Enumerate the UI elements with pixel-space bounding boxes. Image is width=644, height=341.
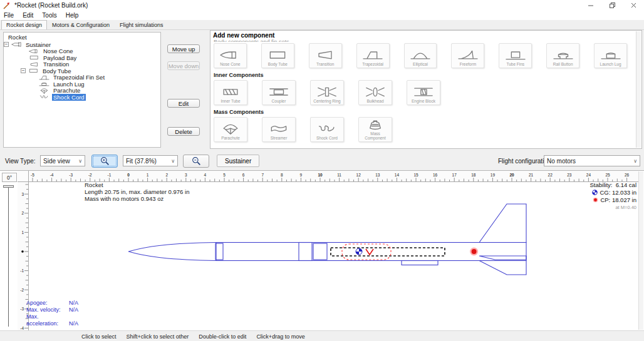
tree-item-body-tube[interactable]: −Body Tube — [4, 68, 160, 74]
tab-rocket-design[interactable]: Rocket design — [1, 20, 47, 29]
rocket-name: Rocket — [85, 181, 189, 188]
fin-side-shape[interactable] — [479, 256, 526, 260]
svg-text:11: 11 — [337, 173, 341, 177]
move-down-button[interactable]: Move down — [167, 61, 200, 70]
maximize-button[interactable] — [601, 0, 623, 11]
nose-shoulder-shape[interactable] — [216, 243, 223, 260]
svg-text:25: 25 — [605, 173, 610, 177]
move-up-button[interactable]: Move up — [167, 44, 200, 53]
rocket-drawing[interactable] — [128, 204, 526, 275]
centering-ring-icon — [316, 86, 338, 98]
component-button-label: Body Tube — [268, 62, 288, 66]
tree-item-label: Launch Lug — [52, 81, 86, 88]
component-button-launch-lug[interactable]: Launch Lug — [594, 43, 627, 68]
fin-upper-shape[interactable] — [479, 204, 526, 243]
tree-item-label: Transition — [42, 61, 70, 68]
svg-text:8: 8 — [281, 173, 283, 177]
zoom-in-icon — [100, 156, 110, 166]
fin-lower-shape[interactable] — [479, 261, 526, 275]
add-component-panel: Add new component Body components and fi… — [210, 30, 642, 149]
collapse-icon[interactable]: − — [4, 42, 9, 47]
tree-item-label: Shock Cord — [52, 94, 86, 101]
svg-text:10: 10 — [318, 173, 323, 177]
component-button-body-tube[interactable]: Body Tube — [261, 43, 294, 68]
zoom-level-select[interactable]: Fit (37.8%) ∨ — [123, 155, 178, 166]
delete-button[interactable]: Delete — [167, 127, 200, 136]
zoom-out-button[interactable] — [183, 155, 209, 168]
menu-edit[interactable]: Edit — [19, 12, 38, 19]
component-button-trapezoidal[interactable]: Trapezoidal — [356, 43, 390, 68]
flight-config-select[interactable]: No motors ∨ — [544, 155, 640, 166]
edit-button[interactable]: Edit — [167, 99, 200, 108]
component-button-streamer[interactable]: Streamer — [262, 117, 296, 142]
component-button-bulkhead[interactable]: Bulkhead — [358, 80, 392, 105]
flight-data-value: N/A — [69, 320, 78, 327]
scrollbar[interactable] — [638, 171, 643, 330]
rocket-diagram-canvas[interactable]: 0° in -5-4-3-2-1012345678910111213141516… — [0, 170, 644, 330]
component-button-label: Transition — [316, 62, 334, 66]
collapse-icon[interactable]: − — [21, 68, 26, 73]
component-button-parachute[interactable]: Parachute — [214, 117, 247, 142]
cp-label: CP: — [600, 196, 610, 203]
tab-flight-simulations[interactable]: Flight simulations — [115, 20, 169, 29]
coupler-icon — [268, 86, 289, 98]
tree-root-rocket[interactable]: Rocket — [4, 33, 160, 41]
minimize-button[interactable] — [580, 0, 601, 11]
component-button-shock-cord[interactable]: Shock Cord — [310, 117, 344, 142]
status-bar: Click to selectShift+click to select oth… — [0, 330, 644, 341]
rotation-slider-handle[interactable] — [3, 185, 14, 188]
svg-text:6: 6 — [242, 173, 245, 177]
component-button-engine-block[interactable]: Engine Block — [407, 80, 440, 105]
tree-item-shock-cord[interactable]: Shock Cord — [4, 94, 160, 101]
tab-motors-configuration[interactable]: Motors & Configuration — [47, 20, 115, 29]
component-button-inner-tube[interactable]: Inner Tube — [214, 80, 247, 105]
launch-lug-shape[interactable] — [402, 261, 438, 265]
restore-icon — [610, 3, 615, 8]
svg-text:9: 9 — [300, 173, 303, 177]
component-button-rail-button[interactable]: Rail Button — [546, 43, 579, 68]
menu-help[interactable]: Help — [62, 12, 84, 19]
close-button[interactable] — [623, 0, 644, 11]
coupler-shape[interactable] — [313, 243, 327, 260]
mass-component-icon — [365, 118, 386, 131]
tree-item-parachute[interactable]: Parachute — [4, 88, 160, 94]
component-button-elliptical[interactable]: Elliptical — [404, 43, 437, 68]
parachute-icon — [220, 123, 241, 135]
shock-cord-shape[interactable] — [331, 248, 445, 256]
tree-item-nose-cone[interactable]: Nose Cone — [4, 48, 160, 55]
tree-item-payload-bay[interactable]: Payload Bay — [4, 54, 160, 61]
transition-shape[interactable] — [299, 243, 312, 261]
component-button-coupler[interactable]: Coupler — [262, 80, 296, 105]
menu-file[interactable]: File — [0, 12, 19, 19]
flight-config-value: No motors — [547, 158, 576, 165]
component-button-transition[interactable]: Transition — [309, 43, 342, 68]
rocket-mass: Mass with no motors 0.943 oz — [85, 195, 189, 202]
shock-cord-icon — [316, 123, 338, 135]
status-hint: Double-click to edit — [199, 333, 246, 340]
stability-value: 6.14 cal — [616, 181, 636, 188]
rocket-info: Rocket Length 20.75 in, max. diameter 0.… — [85, 181, 189, 202]
nose-cone-shape[interactable] — [128, 243, 216, 261]
tree-item-sustainer[interactable]: −Sustainer — [4, 41, 160, 48]
zoom-in-button[interactable] — [91, 155, 118, 168]
view-type-select[interactable]: Side view ∨ — [40, 155, 85, 166]
scrollbar[interactable] — [636, 31, 641, 148]
svg-text:4: 4 — [204, 173, 207, 177]
app-icon — [3, 2, 11, 9]
component-button-label: Nose Cone — [220, 62, 241, 66]
flight-data-row: Max. acceleration:N/A — [26, 313, 78, 327]
tree-item-transition[interactable]: Transition — [4, 61, 160, 68]
tree-item-launch-lug[interactable]: Launch Lug — [4, 81, 160, 88]
component-button-tube-fins[interactable]: Tube Fins — [499, 43, 532, 68]
component-button-centering-ring[interactable]: Centering Ring — [310, 80, 344, 105]
svg-text:14: 14 — [395, 173, 400, 177]
tree-item-trapezoidal-fin-set[interactable]: Trapezoidal Fin Set — [4, 74, 160, 81]
menu-tools[interactable]: Tools — [38, 12, 61, 19]
component-button-mass-component[interactable]: Mass Component — [358, 117, 392, 142]
component-button-nose-cone[interactable]: Nose Cone — [214, 43, 247, 68]
rotation-slider-track[interactable] — [8, 188, 9, 327]
chevron-down-icon: ∨ — [171, 158, 175, 164]
stage-toggle-sustainer[interactable]: Sustainer — [217, 155, 259, 167]
component-button-freeform[interactable]: Freeform — [451, 43, 484, 68]
tab-bar: Rocket designMotors & ConfigurationFligh… — [0, 20, 644, 30]
